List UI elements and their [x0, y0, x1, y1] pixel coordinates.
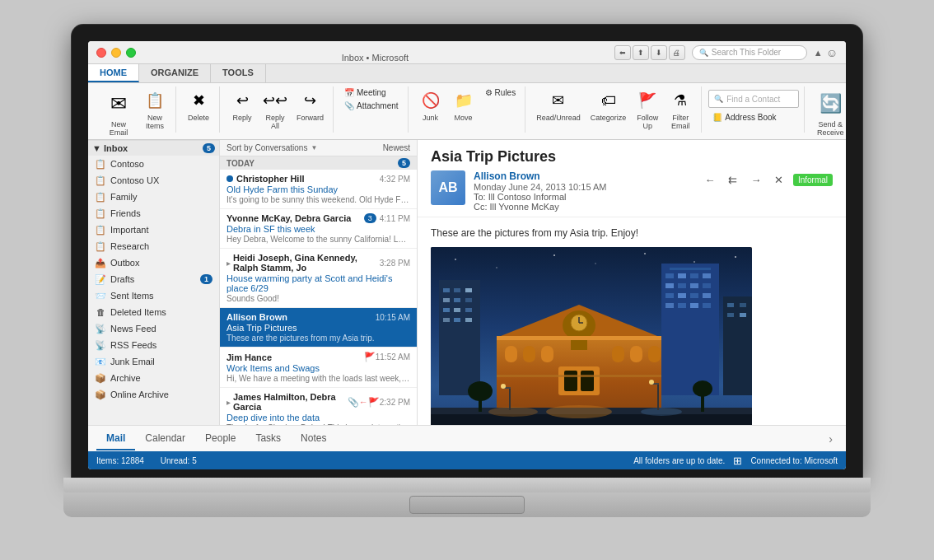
sidebar-label-contoso-ux: Contoso UX: [110, 175, 212, 185]
address-book-button[interactable]: 📒 Address Book: [708, 111, 799, 124]
email-item-5[interactable]: Jim Hance 🚩 11:52 AM Work Items and Swag…: [220, 348, 417, 388]
ribbon-group-respond: ↩ Reply ↩↩ ReplyAll ↪ Forward: [222, 86, 334, 133]
email-item-1[interactable]: Christopher Hill 4:32 PM Old Hyde Farm t…: [220, 170, 417, 209]
trackpad[interactable]: [409, 496, 525, 514]
nav-calendar[interactable]: Calendar: [135, 427, 195, 450]
nav-mail[interactable]: Mail: [96, 427, 135, 450]
date-group-count: 5: [398, 158, 410, 168]
nav-collapse-btn[interactable]: ›: [824, 429, 838, 449]
meta-close-btn[interactable]: ✕: [770, 170, 788, 189]
sidebar-item-deleted[interactable]: 🗑 Deleted Items: [88, 304, 219, 320]
sidebar-item-newsfeed[interactable]: 📡 News Feed: [88, 320, 219, 337]
meeting-button[interactable]: 📅 Meeting: [340, 86, 403, 99]
status-bar-right: All folders are up to date. ⊞ Connected …: [633, 455, 838, 467]
svg-rect-38: [703, 303, 711, 308]
svg-rect-18: [443, 318, 450, 322]
attachment-button[interactable]: 📎 Attachment: [340, 100, 403, 112]
sidebar-item-contoso[interactable]: 📋 Contoso: [88, 156, 219, 172]
folder-icon-contoso-ux: 📋: [95, 175, 106, 186]
nav-forward-btn[interactable]: ⬆: [633, 45, 649, 60]
sidebar-item-sent[interactable]: 📨 Sent Items: [88, 287, 219, 304]
folder-icon-contoso: 📋: [95, 158, 106, 170]
nav-capture-btn[interactable]: ⬇: [651, 45, 667, 60]
email-time-1: 4:32 PM: [380, 175, 410, 184]
email-item-2-header: Yvonne McKay, Debra Garcia 3 4:11 PM: [226, 213, 410, 223]
svg-rect-26: [703, 273, 711, 278]
sidebar-item-outbox[interactable]: 📤 Outbox: [88, 254, 219, 271]
follow-up-button[interactable]: 🚩 FollowUp: [632, 86, 663, 133]
email-subject-5: Work Items and Swags: [226, 363, 410, 373]
sidebar-label-research: Research: [110, 241, 212, 251]
send-receive-button[interactable]: 🔄 Send &Receive: [811, 86, 846, 139]
email-item-2[interactable]: Yvonne McKay, Debra Garcia 3 4:11 PM Deb…: [220, 209, 417, 249]
sidebar-item-rss[interactable]: 📡 RSS Feeds: [88, 337, 219, 353]
inbox-section-header[interactable]: ▼ Inbox 5: [88, 140, 219, 156]
ribbon-group-find: 🔍 Find a Contact 📒 Address Book: [703, 86, 805, 133]
move-button[interactable]: 📁 Move: [448, 86, 479, 124]
delete-button[interactable]: ✖ Delete: [183, 86, 214, 124]
email-item-3-header: ▸ Heidi Joseph, Gina Kennedy, Ralph Stam…: [226, 253, 410, 273]
folder-icon-archive: 📦: [95, 372, 106, 384]
email-item-4[interactable]: Allison Brown 10:15 AM Asia Trip Picture…: [220, 308, 417, 348]
junk-button[interactable]: 🚫 Junk: [415, 86, 446, 124]
delete-icon: ✖: [187, 89, 210, 112]
sidebar-item-important[interactable]: 📋 Important: [88, 222, 219, 238]
window-collapse-btn[interactable]: ▲: [814, 48, 823, 58]
folder-icon-family: 📋: [95, 191, 106, 203]
new-email-button[interactable]: ✉ NewEmail: [100, 86, 138, 139]
rules-button[interactable]: ⚙ Rules: [481, 86, 521, 99]
tab-tools[interactable]: TOOLS: [211, 64, 266, 82]
nav-notes[interactable]: Notes: [291, 427, 336, 450]
nav-back-btn[interactable]: ⬅: [614, 45, 631, 60]
address-book-label: Address Book: [725, 113, 776, 122]
email-meta: AB Allison Brown Monday June 24, 2013 10…: [431, 170, 833, 212]
meta-forward-btn[interactable]: →: [747, 170, 765, 189]
tab-organize[interactable]: ORGANIZE: [139, 64, 211, 82]
meta-reply-all-btn[interactable]: ⇇: [724, 170, 742, 189]
new-items-button[interactable]: 📋 NewItems: [139, 86, 170, 133]
nav-print-btn[interactable]: 🖨: [669, 45, 685, 60]
read-unread-button[interactable]: ✉ Read/Unread: [532, 86, 585, 124]
email-time-4: 10:15 AM: [376, 313, 410, 322]
find-contact-input[interactable]: 🔍 Find a Contact: [708, 90, 799, 108]
close-button[interactable]: [96, 48, 106, 58]
sidebar-item-family[interactable]: 📋 Family: [88, 189, 219, 205]
unread-indicator-1: [226, 175, 233, 182]
sidebar-item-research[interactable]: 📋 Research: [88, 238, 219, 254]
svg-rect-33: [690, 293, 698, 298]
email-item-1-header: Christopher Hill 4:32 PM: [226, 174, 410, 184]
office-icon: ⊞: [733, 455, 742, 467]
sidebar-item-contoso-ux[interactable]: 📋 Contoso UX: [88, 172, 219, 189]
categorize-button[interactable]: 🏷 Categorize: [586, 86, 631, 124]
sort-label[interactable]: Sort by Conversations: [226, 143, 307, 152]
meta-reply-btn[interactable]: ←: [701, 170, 719, 189]
minimize-button[interactable]: [111, 48, 121, 58]
reply-button[interactable]: ↩ Reply: [226, 86, 258, 124]
reply-icon: ↩: [231, 89, 254, 112]
email-to: To: Ill Contoso Informal: [474, 192, 693, 202]
sidebar-item-drafts[interactable]: 📝 Drafts 1: [88, 271, 219, 287]
email-item-6[interactable]: ▸ James Halmilton, Debra Garcia 📎 ← 🚩 2:…: [220, 388, 417, 425]
tab-home[interactable]: HOME: [88, 64, 139, 82]
sidebar-item-archive[interactable]: 📦 Archive: [88, 370, 219, 386]
reply-all-button[interactable]: ↩↩ ReplyAll: [259, 86, 291, 133]
email-item-4-header: Allison Brown 10:15 AM: [226, 312, 410, 322]
svg-rect-14: [465, 298, 472, 302]
email-item-3[interactable]: ▸ Heidi Joseph, Gina Kennedy, Ralph Stam…: [220, 249, 417, 308]
address-book-icon: 📒: [712, 113, 722, 122]
nav-buttons: ⬅ ⬆ ⬇ 🖨: [614, 45, 685, 60]
email-preview-4: These are the pictures from my Asia trip…: [226, 334, 410, 343]
filter-email-icon: ⚗: [669, 89, 692, 112]
sidebar-item-junk[interactable]: 📧 Junk Email: [88, 353, 219, 370]
window-smiley-btn[interactable]: ☺: [826, 46, 838, 59]
maximize-button[interactable]: [126, 48, 136, 58]
sort-direction[interactable]: Newest: [383, 143, 410, 152]
sidebar-item-online-archive[interactable]: 📦 Online Archive: [88, 386, 219, 403]
filter-email-button[interactable]: ⚗ FilterEmail: [665, 86, 696, 133]
folder-search-box[interactable]: 🔍 Search This Folder: [692, 45, 807, 60]
forward-button[interactable]: ↪ Forward: [292, 86, 328, 124]
sidebar-item-friends[interactable]: 📋 Friends: [88, 205, 219, 222]
nav-people[interactable]: People: [195, 427, 245, 450]
email-subject-2: Debra in SF this week: [226, 224, 410, 234]
nav-tasks[interactable]: Tasks: [245, 427, 291, 450]
